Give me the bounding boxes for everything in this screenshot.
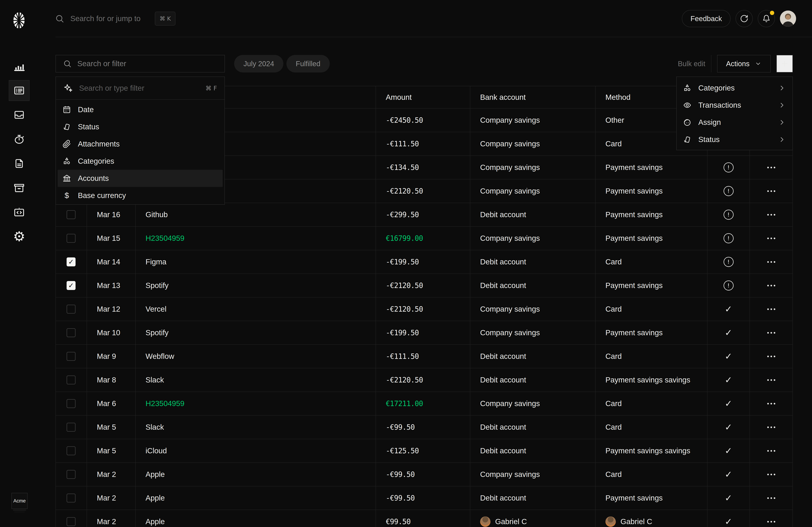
cell-description[interactable]: Apple bbox=[136, 486, 376, 510]
table-row[interactable]: Mar 5 Slack -€99.50 Debit account Card ✓ bbox=[56, 416, 793, 439]
table-row[interactable]: Mar 8 Slack -€2120.50 Debit account Paym… bbox=[56, 368, 793, 392]
row-menu-button[interactable] bbox=[767, 285, 775, 286]
menu-item-status[interactable]: Status bbox=[58, 118, 223, 135]
menu-item-attachments[interactable]: Attachments bbox=[58, 135, 223, 153]
feedback-button[interactable]: Feedback bbox=[682, 10, 730, 27]
team-switcher[interactable]: Acme bbox=[12, 493, 28, 509]
bulk-edit-button[interactable]: Bulk edit bbox=[678, 60, 705, 68]
cell-description[interactable]: H23504959 bbox=[136, 392, 376, 416]
row-checkbox[interactable] bbox=[67, 517, 75, 526]
inbox-icon bbox=[13, 109, 25, 121]
sidebar-item-transactions[interactable] bbox=[9, 80, 30, 101]
actions-menu-assign[interactable]: Assign bbox=[678, 114, 791, 131]
row-checkbox[interactable]: ✓ bbox=[67, 281, 75, 290]
cell-description[interactable]: Slack bbox=[136, 368, 376, 392]
row-menu-button[interactable] bbox=[767, 214, 775, 215]
table-row[interactable]: Mar 16 Github -€299.50 Debit account Pay… bbox=[56, 203, 793, 227]
table-row[interactable]: Mar 5 iCloud -€125.50 Debit account Paym… bbox=[56, 439, 793, 463]
filter-chip-status[interactable]: Fulfilled bbox=[287, 55, 330, 73]
sidebar-item-settings[interactable]: ⚙ bbox=[9, 226, 30, 247]
menu-item-categories[interactable]: Categories bbox=[58, 153, 223, 170]
table-row[interactable]: Mar 2 Apple €99.50 Gabriel C Gabriel C ✓ bbox=[56, 510, 793, 527]
row-checkbox[interactable] bbox=[67, 446, 75, 455]
actions-menu-categories[interactable]: Categories bbox=[678, 79, 791, 96]
row-menu-button[interactable] bbox=[767, 238, 775, 239]
sidebar-item-inbox[interactable] bbox=[9, 104, 30, 125]
cell-method: Card bbox=[596, 416, 708, 439]
row-menu-button[interactable] bbox=[767, 521, 775, 523]
filter-chip-date[interactable]: July 2024 bbox=[234, 55, 284, 73]
global-search-input[interactable]: Search for or jump to ⌘ K bbox=[55, 10, 175, 27]
row-checkbox[interactable] bbox=[67, 494, 75, 502]
row-menu-button[interactable] bbox=[767, 167, 775, 168]
table-row[interactable]: Mar 2 Apple -€99.50 Debit account Paymen… bbox=[56, 486, 793, 510]
cell-description[interactable]: iCloud bbox=[136, 439, 376, 463]
cell-description[interactable]: Apple bbox=[136, 463, 376, 486]
sidebar-item-vault[interactable] bbox=[9, 178, 30, 198]
row-checkbox[interactable] bbox=[67, 352, 75, 361]
table-row[interactable]: ✓ Mar 13 Spotify -€2120.50 Debit account… bbox=[56, 274, 793, 298]
cell-description[interactable]: Webflow bbox=[136, 345, 376, 368]
table-row[interactable]: Mar 2 Apple -€99.50 Company savings Card… bbox=[56, 463, 793, 486]
cell-description[interactable]: H23504959 bbox=[136, 227, 376, 250]
menu-item-date[interactable]: Date bbox=[58, 101, 223, 118]
cell-description[interactable]: Spotify bbox=[136, 321, 376, 345]
row-menu-button[interactable] bbox=[767, 379, 775, 381]
table-filter-input[interactable]: Search or filter bbox=[56, 55, 225, 73]
cell-description[interactable]: Apple bbox=[136, 510, 376, 527]
filter-menu-search[interactable]: Search or type filter ⌘ F bbox=[56, 77, 224, 100]
row-menu-button[interactable] bbox=[767, 261, 775, 263]
row-checkbox[interactable] bbox=[67, 376, 75, 385]
bank-account-text: Debit account bbox=[480, 494, 526, 502]
cell-status: ✓ bbox=[708, 510, 750, 527]
cell-status: ! bbox=[708, 274, 750, 298]
cell-description[interactable]: Vercel bbox=[136, 298, 376, 321]
row-checkbox[interactable] bbox=[67, 210, 75, 219]
row-checkbox[interactable] bbox=[67, 234, 75, 243]
row-checkbox[interactable] bbox=[67, 423, 75, 432]
cell-description[interactable]: Spotify bbox=[136, 274, 376, 298]
table-row[interactable]: Mar 15 H23504959 €16799.00 Company savin… bbox=[56, 227, 793, 250]
row-checkbox[interactable] bbox=[67, 328, 75, 337]
row-menu-button[interactable] bbox=[767, 497, 775, 499]
row-menu-button[interactable] bbox=[767, 450, 775, 452]
header-amount[interactable]: Amount bbox=[376, 86, 470, 109]
add-transaction-button[interactable] bbox=[777, 55, 793, 73]
sidebar-item-apps[interactable] bbox=[9, 202, 30, 223]
table-row[interactable]: Mar 12 Vercel -€2120.50 Company savings … bbox=[56, 298, 793, 321]
menu-item-base-currency[interactable]: $ Base currency bbox=[58, 187, 223, 204]
row-checkbox[interactable]: ✓ bbox=[67, 257, 75, 266]
alert-circle-icon: ! bbox=[724, 233, 734, 243]
table-row[interactable]: ✓ Mar 14 Figma -€199.50 Debit account Ca… bbox=[56, 250, 793, 274]
user-avatar[interactable] bbox=[780, 11, 796, 27]
sidebar-item-overview[interactable] bbox=[9, 56, 30, 77]
cell-description[interactable]: Github bbox=[136, 203, 376, 227]
header-bank-account[interactable]: Bank account bbox=[470, 86, 596, 109]
actions-dropdown-button[interactable]: Actions bbox=[717, 55, 771, 73]
menu-item-accounts[interactable]: Accounts bbox=[58, 170, 223, 187]
notifications-button[interactable] bbox=[758, 10, 775, 27]
cell-description[interactable]: Figma bbox=[136, 250, 376, 274]
cell-description[interactable]: Slack bbox=[136, 416, 376, 439]
row-menu-button[interactable] bbox=[767, 474, 775, 475]
row-menu-button[interactable] bbox=[767, 356, 775, 357]
row-menu-button[interactable] bbox=[767, 332, 775, 334]
row-checkbox[interactable] bbox=[67, 399, 75, 408]
alert-circle-icon: ! bbox=[724, 210, 734, 220]
table-row[interactable]: Mar 6 H23504959 €17211.00 Company saving… bbox=[56, 392, 793, 416]
row-menu-button[interactable] bbox=[767, 308, 775, 310]
row-checkbox[interactable] bbox=[67, 305, 75, 314]
cell-date: Mar 10 bbox=[87, 321, 136, 345]
refresh-button[interactable] bbox=[736, 10, 753, 27]
table-row[interactable]: Mar 10 Spotify -€199.50 Company savings … bbox=[56, 321, 793, 345]
sidebar-item-invoices[interactable] bbox=[9, 153, 30, 174]
row-menu-button[interactable] bbox=[767, 426, 775, 428]
table-row[interactable]: Mar 9 Webflow -€111.50 Debit account Car… bbox=[56, 345, 793, 368]
row-menu-button[interactable] bbox=[767, 190, 775, 192]
actions-menu-transactions[interactable]: Transactions bbox=[678, 96, 791, 114]
actions-menu-status[interactable]: Status bbox=[678, 131, 791, 148]
row-checkbox[interactable] bbox=[67, 470, 75, 479]
row-menu-button[interactable] bbox=[767, 403, 775, 405]
app-logo-icon[interactable] bbox=[10, 12, 28, 29]
sidebar-item-tracker[interactable] bbox=[9, 129, 30, 150]
